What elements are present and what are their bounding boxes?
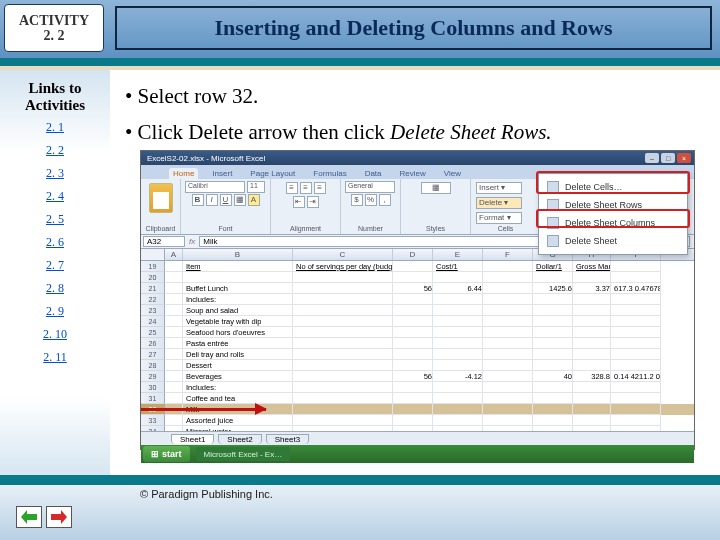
table-row[interactable]: 23Soup and salad <box>141 305 694 316</box>
link-2-3[interactable]: 2. 3 <box>35 166 75 181</box>
nav-arrows <box>16 506 72 528</box>
align-center-button[interactable]: ≡ <box>300 182 312 194</box>
link-2-8[interactable]: 2. 8 <box>35 281 75 296</box>
link-2-4[interactable]: 2. 4 <box>35 189 75 204</box>
row-header[interactable]: 29 <box>141 371 165 382</box>
tab-view[interactable]: View <box>440 168 465 179</box>
row-header[interactable]: 21 <box>141 283 165 294</box>
table-row[interactable]: 30Includes: <box>141 382 694 393</box>
group-styles: ▦ Styles <box>401 179 471 234</box>
comma-button[interactable]: , <box>379 194 391 206</box>
row-header[interactable]: 28 <box>141 360 165 371</box>
tab-data[interactable]: Data <box>361 168 386 179</box>
prev-slide-button[interactable] <box>16 506 42 528</box>
row-header[interactable]: 24 <box>141 316 165 327</box>
outdent-button[interactable]: ⇥ <box>307 196 319 208</box>
menu-delete-sheet-columns[interactable]: Delete Sheet Columns <box>541 214 685 232</box>
link-2-10[interactable]: 2. 10 <box>35 327 75 342</box>
row-header[interactable]: 27 <box>141 349 165 360</box>
tab-home[interactable]: Home <box>169 168 198 179</box>
maximize-icon[interactable]: □ <box>661 153 675 163</box>
activity-label: ACTIVITY <box>19 13 89 28</box>
table-row[interactable]: 31Coffee and tea <box>141 393 694 404</box>
row-header[interactable]: 34 <box>141 426 165 431</box>
row-header[interactable]: 33 <box>141 415 165 426</box>
table-row[interactable]: 28Dessert <box>141 360 694 371</box>
next-slide-button[interactable] <box>46 506 72 528</box>
fx-icon[interactable]: fx <box>189 237 195 246</box>
link-2-6[interactable]: 2. 6 <box>35 235 75 250</box>
table-row[interactable]: 26Pasta entrée <box>141 338 694 349</box>
col-d[interactable]: D <box>393 249 433 260</box>
link-2-1[interactable]: 2. 1 <box>35 120 75 135</box>
table-row[interactable]: 33Assorted juice <box>141 415 694 426</box>
link-2-11[interactable]: 2. 11 <box>35 350 75 365</box>
tab-formulas[interactable]: Formulas <box>309 168 350 179</box>
font-name-select[interactable]: Calibri <box>185 181 245 193</box>
table-row[interactable]: 25Seafood hors d'oeuvres <box>141 327 694 338</box>
table-row[interactable]: 20 <box>141 272 694 283</box>
link-2-5[interactable]: 2. 5 <box>35 212 75 227</box>
close-icon[interactable]: × <box>677 153 691 163</box>
fill-color-button[interactable]: A <box>248 194 260 206</box>
border-button[interactable]: ▦ <box>234 194 246 206</box>
underline-button[interactable]: U <box>220 194 232 206</box>
paste-icon[interactable] <box>149 183 173 213</box>
table-row[interactable]: 22Includes: <box>141 294 694 305</box>
row-header[interactable]: 25 <box>141 327 165 338</box>
row-header[interactable]: 23 <box>141 305 165 316</box>
menu-delete-cells[interactable]: Delete Cells… <box>541 178 685 196</box>
currency-button[interactable]: $ <box>351 194 363 206</box>
start-button[interactable]: ⊞start <box>143 446 190 462</box>
table-row[interactable]: 27Deli tray and rolls <box>141 349 694 360</box>
link-2-2[interactable]: 2. 2 <box>35 143 75 158</box>
row-header[interactable]: 26 <box>141 338 165 349</box>
col-b[interactable]: B <box>183 249 293 260</box>
row-header[interactable]: 22 <box>141 294 165 305</box>
spreadsheet-grid[interactable]: A B C D E F G H I 19 Item No of servings… <box>141 249 694 431</box>
tab-page-layout[interactable]: Page Layout <box>246 168 299 179</box>
table-row[interactable]: 21Buffet Lunch566.441425.63.37617.3 0.47… <box>141 283 694 294</box>
col-e[interactable]: E <box>433 249 483 260</box>
minimize-icon[interactable]: – <box>645 153 659 163</box>
sheet-tab-3[interactable]: Sheet3 <box>266 434 309 444</box>
delete-button[interactable]: Delete ▾ <box>476 197 522 209</box>
format-button[interactable]: Format ▾ <box>476 212 522 224</box>
col-a[interactable]: A <box>165 249 183 260</box>
table-row[interactable]: 34Mineral water <box>141 426 694 431</box>
col-c[interactable]: C <box>293 249 393 260</box>
table-row[interactable]: 24Vegetable tray with dip <box>141 316 694 327</box>
insert-button[interactable]: Insert ▾ <box>476 182 522 194</box>
row-header[interactable]: 31 <box>141 393 165 404</box>
percent-button[interactable]: % <box>365 194 377 206</box>
delete-dropdown: Delete Cells… Delete Sheet Rows Delete S… <box>538 173 688 255</box>
row-header[interactable]: 20 <box>141 272 165 283</box>
name-box[interactable]: A32 <box>143 236 185 247</box>
teal-band-bottom <box>0 475 720 485</box>
delete-cells-icon <box>547 181 559 193</box>
taskbar-item-excel[interactable]: Microsoft Excel - Ex… <box>196 447 291 461</box>
link-2-9[interactable]: 2. 9 <box>35 304 75 319</box>
sheet-tab-1[interactable]: Sheet1 <box>171 434 214 444</box>
arrow-right-icon <box>51 510 67 524</box>
link-2-7[interactable]: 2. 7 <box>35 258 75 273</box>
cond-format-button[interactable]: ▦ <box>421 182 451 194</box>
tab-insert[interactable]: Insert <box>208 168 236 179</box>
bold-button[interactable]: B <box>192 194 204 206</box>
windows-logo-icon: ⊞ <box>151 449 159 459</box>
instruction-2-prefix: • Click Delete arrow then click <box>125 120 390 144</box>
indent-button[interactable]: ⇤ <box>293 196 305 208</box>
tab-review[interactable]: Review <box>396 168 430 179</box>
row-header[interactable]: 30 <box>141 382 165 393</box>
menu-delete-sheet-rows[interactable]: Delete Sheet Rows <box>541 196 685 214</box>
italic-button[interactable]: I <box>206 194 218 206</box>
align-left-button[interactable]: ≡ <box>286 182 298 194</box>
table-row[interactable]: 29Beverages56-4.1240328.80.14 4211.2 0.4… <box>141 371 694 382</box>
menu-delete-sheet[interactable]: Delete Sheet <box>541 232 685 250</box>
font-size-select[interactable]: 11 <box>247 181 265 193</box>
number-format-select[interactable]: General <box>345 181 395 193</box>
align-right-button[interactable]: ≡ <box>314 182 326 194</box>
sheet-tab-2[interactable]: Sheet2 <box>218 434 261 444</box>
select-all-corner[interactable] <box>141 249 165 260</box>
col-f[interactable]: F <box>483 249 533 260</box>
